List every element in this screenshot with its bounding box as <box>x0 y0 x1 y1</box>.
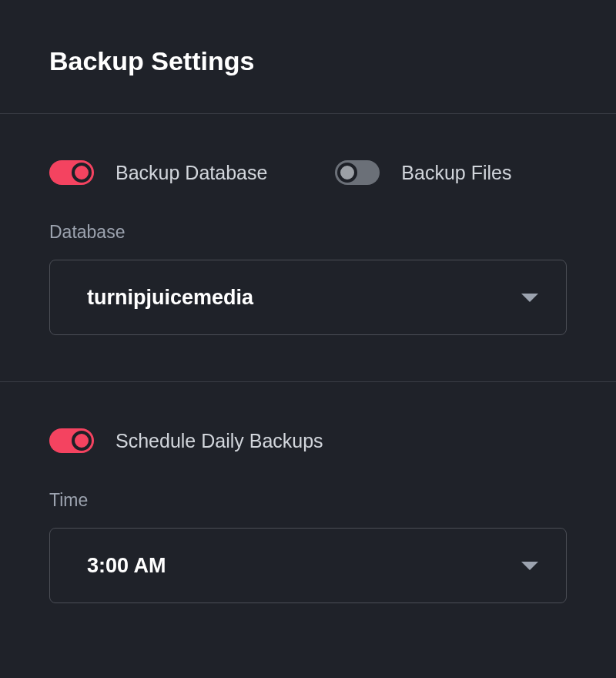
schedule-section: Schedule Daily Backups Time 3:00 AM <box>0 381 616 649</box>
time-select-value: 3:00 AM <box>87 554 166 578</box>
chevron-down-icon <box>521 562 538 570</box>
time-field-label: Time <box>49 490 567 511</box>
time-select[interactable]: 3:00 AM <box>49 528 567 603</box>
database-select-value: turnipjuicemedia <box>87 286 253 310</box>
page-title: Backup Settings <box>49 46 567 76</box>
backup-database-toggle[interactable] <box>49 160 94 185</box>
database-field-label: Database <box>49 222 567 243</box>
chevron-down-icon <box>521 294 538 302</box>
schedule-label: Schedule Daily Backups <box>116 430 323 452</box>
backup-files-label: Backup Files <box>401 162 511 184</box>
schedule-toggle[interactable] <box>49 428 94 453</box>
backup-database-label: Backup Database <box>116 162 267 184</box>
backup-section: Backup Database Backup Files Database tu… <box>0 113 616 381</box>
database-select[interactable]: turnipjuicemedia <box>49 260 567 335</box>
backup-files-toggle[interactable] <box>335 160 380 185</box>
